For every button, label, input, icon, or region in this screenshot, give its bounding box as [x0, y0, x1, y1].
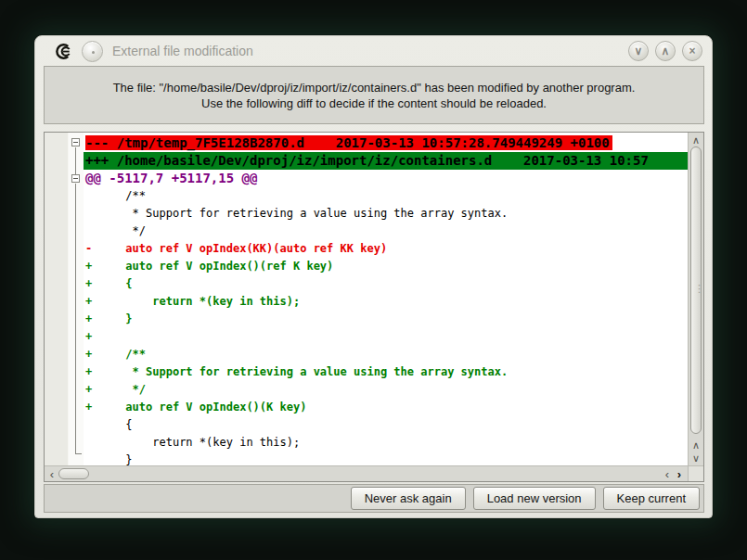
fold-connector: [75, 184, 76, 453]
diff-line: + /**: [84, 346, 688, 363]
close-button[interactable]: ×: [682, 41, 702, 61]
scroll-up-icon[interactable]: ∧: [689, 134, 703, 146]
fold-connector: [75, 147, 76, 174]
diff-line: + auto ref V opIndex()(ref K key): [84, 258, 688, 275]
message-panel: The file: "/home/basile/Dev/dproj/iz/imp…: [44, 66, 704, 124]
scroll-down-icon[interactable]: ∨: [689, 452, 703, 465]
diff-line: --- /tmp/temp_7F5E128B2870.d 2017-03-13 …: [84, 134, 688, 152]
scroll-up-icon[interactable]: ∧: [689, 439, 703, 452]
minimize-button[interactable]: ∨: [628, 41, 649, 61]
never-ask-again-button[interactable]: Never ask again: [351, 487, 466, 510]
load-new-version-button[interactable]: Load new version: [473, 487, 596, 510]
diff-text-area[interactable]: --- /tmp/temp_7F5E128B2870.d 2017-03-13 …: [84, 133, 688, 465]
fold-end-tick: [75, 453, 82, 454]
message-line-1: The file: "/home/basile/Dev/dproj/iz/imp…: [113, 80, 636, 95]
horizontal-scrollbar-thumb[interactable]: [58, 468, 89, 479]
window-title: External file modification: [112, 44, 619, 58]
diff-line: }: [84, 452, 688, 465]
diff-line: @@ -5117,7 +5117,15 @@: [84, 170, 688, 187]
maximize-button[interactable]: ∧: [655, 41, 676, 61]
button-panel: Never ask again Load new version Keep cu…: [44, 484, 704, 513]
scroll-left-icon[interactable]: ‹: [45, 466, 58, 481]
diff-line: * Support for retrieving a value using t…: [84, 205, 688, 223]
titlebar[interactable]: External file modification ∨ ∧ ×: [35, 36, 712, 66]
window-menu-button[interactable]: [82, 41, 103, 62]
diff-line: */: [84, 223, 688, 240]
window-controls: ∨ ∧ ×: [628, 41, 702, 61]
diff-line: + */: [84, 381, 688, 399]
app-logo-icon: [55, 43, 72, 60]
diff-line: /**: [84, 187, 688, 205]
horizontal-scrollbar[interactable]: ‹ ‹ ›: [45, 465, 688, 481]
editor-margin: [45, 133, 69, 465]
fold-toggle-icon[interactable]: [71, 174, 80, 183]
dialog-window: External file modification ∨ ∧ × The fil…: [34, 35, 713, 518]
diff-line: - auto ref V opIndex(KK)(auto ref KK key…: [84, 240, 688, 258]
diff-line: +: [84, 328, 688, 346]
diff-viewer: --- /tmp/temp_7F5E128B2870.d 2017-03-13 …: [44, 132, 704, 482]
scrollbar-corner: [688, 465, 703, 481]
chevron-down-icon: ∨: [635, 45, 643, 57]
diff-line: + return *(key in this);: [84, 293, 688, 311]
diff-line: return *(key in this);: [84, 434, 688, 452]
scroll-left-icon[interactable]: ‹: [661, 466, 674, 481]
diff-line: + * Support for retrieving a value using…: [84, 363, 688, 381]
chevron-up-icon: ∧: [662, 45, 670, 57]
message-line-2: Use the following diff to decide if the …: [201, 95, 547, 111]
scroll-right-icon[interactable]: ›: [673, 466, 686, 481]
diff-line: + {: [84, 275, 688, 293]
diff-line: + }: [84, 311, 688, 328]
fold-toggle-icon[interactable]: [71, 138, 80, 146]
vertical-scrollbar-thumb[interactable]: [690, 146, 702, 434]
diff-line: + auto ref V opIndex()(K key): [84, 399, 688, 416]
diff-line: +++ /home/basile/Dev/dproj/iz/import/iz/…: [84, 152, 688, 170]
close-icon: ×: [689, 45, 695, 57]
keep-current-button[interactable]: Keep current: [603, 487, 700, 510]
diff-line: {: [84, 416, 688, 434]
vertical-scrollbar[interactable]: ∧ ∧ ∨: [688, 133, 703, 465]
fold-margin: [69, 133, 84, 465]
